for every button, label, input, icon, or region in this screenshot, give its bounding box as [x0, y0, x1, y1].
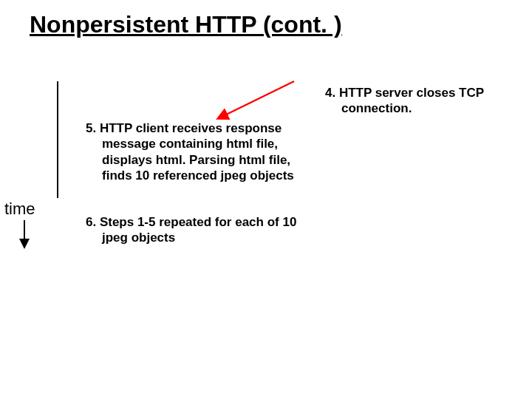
step-5-text: 5. HTTP client receives response message…	[71, 120, 324, 183]
red-arrow-icon	[222, 81, 294, 117]
slide: Nonpersistent HTTP (cont. ) time 4. HTTP…	[0, 0, 532, 399]
time-axis-label: time	[4, 200, 35, 219]
step-6-text: 6. Steps 1-5 repeated for each of 10 jpe…	[71, 214, 324, 246]
diagram-overlay	[0, 0, 532, 399]
slide-title: Nonpersistent HTTP (cont. )	[30, 11, 342, 38]
step-4-text: 4. HTTP server closes TCP connection.	[310, 85, 532, 117]
